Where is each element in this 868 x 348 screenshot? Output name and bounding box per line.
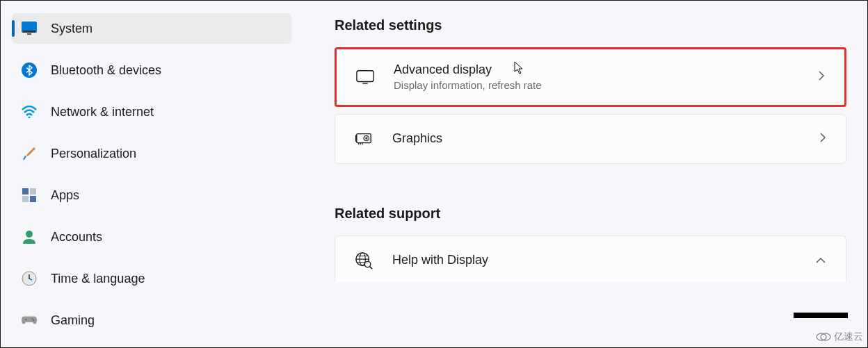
display-icon — [356, 68, 374, 86]
svg-point-14 — [33, 320, 35, 321]
related-settings-header: Related settings — [335, 17, 846, 33]
svg-rect-1 — [23, 31, 35, 33]
paintbrush-icon — [22, 146, 37, 161]
monitor-icon — [22, 21, 37, 36]
sidebar-item-personalization[interactable]: Personalization — [12, 138, 291, 169]
globe-search-icon — [355, 251, 373, 270]
svg-rect-15 — [357, 71, 373, 82]
sidebar-item-label: Bluetooth & devices — [51, 63, 161, 78]
sidebar-item-accounts[interactable]: Accounts — [12, 222, 291, 252]
svg-point-12 — [25, 319, 26, 320]
sidebar: System Bluetooth & devices Network & int… — [1, 1, 300, 347]
chevron-up-icon — [815, 254, 826, 267]
main-content: Related settings Advanced display Displa… — [300, 1, 867, 347]
watermark-bar — [794, 313, 848, 318]
svg-rect-8 — [30, 196, 36, 202]
card-text: Advanced display Display information, re… — [394, 62, 818, 92]
wifi-icon — [22, 104, 37, 119]
cursor-icon — [514, 61, 525, 78]
bluetooth-icon — [22, 63, 37, 78]
card-title: Graphics — [392, 131, 819, 147]
sidebar-item-label: Gaming — [51, 313, 95, 328]
graphics-card[interactable]: Graphics — [335, 114, 846, 164]
card-subtitle: Display information, refresh rate — [394, 78, 818, 92]
card-title: Advanced display — [394, 62, 818, 78]
svg-rect-16 — [362, 83, 367, 83]
related-support-header: Related support — [335, 206, 846, 222]
help-display-card[interactable]: Help with Display — [335, 235, 846, 282]
sidebar-item-system[interactable]: System — [12, 13, 291, 44]
svg-point-9 — [26, 231, 33, 238]
sidebar-item-time[interactable]: Time & language — [12, 263, 291, 294]
card-text: Graphics — [392, 131, 819, 147]
gpu-icon — [355, 130, 373, 148]
clock-icon — [22, 271, 37, 286]
svg-point-22 — [364, 261, 370, 267]
chevron-right-icon — [819, 132, 826, 146]
svg-point-4 — [29, 117, 31, 119]
sidebar-item-network[interactable]: Network & internet — [12, 97, 291, 127]
watermark-text: 亿速云 — [834, 331, 863, 343]
sidebar-item-label: Network & internet — [51, 105, 154, 119]
gamepad-icon — [22, 313, 37, 328]
svg-rect-19 — [355, 135, 357, 141]
svg-rect-5 — [22, 188, 29, 194]
apps-icon — [22, 188, 37, 203]
svg-rect-6 — [30, 188, 36, 194]
sidebar-item-gaming[interactable]: Gaming — [12, 305, 291, 335]
sidebar-item-label: System — [51, 22, 93, 36]
sidebar-item-label: Time & language — [51, 272, 145, 286]
sidebar-item-apps[interactable]: Apps — [12, 180, 291, 210]
svg-rect-2 — [27, 33, 31, 35]
sidebar-item-bluetooth[interactable]: Bluetooth & devices — [12, 55, 291, 85]
svg-point-11 — [29, 278, 30, 279]
sidebar-item-label: Personalization — [51, 147, 136, 161]
svg-point-13 — [32, 318, 33, 320]
person-icon — [22, 229, 37, 245]
sidebar-item-label: Apps — [51, 188, 79, 203]
advanced-display-card[interactable]: Advanced display Display information, re… — [335, 47, 846, 107]
card-title: Help with Display — [392, 252, 815, 268]
chevron-right-icon — [818, 70, 825, 84]
sidebar-item-label: Accounts — [51, 230, 102, 245]
card-text: Help with Display — [392, 252, 815, 268]
watermark: 亿速云 — [816, 331, 863, 343]
svg-rect-7 — [22, 196, 29, 202]
